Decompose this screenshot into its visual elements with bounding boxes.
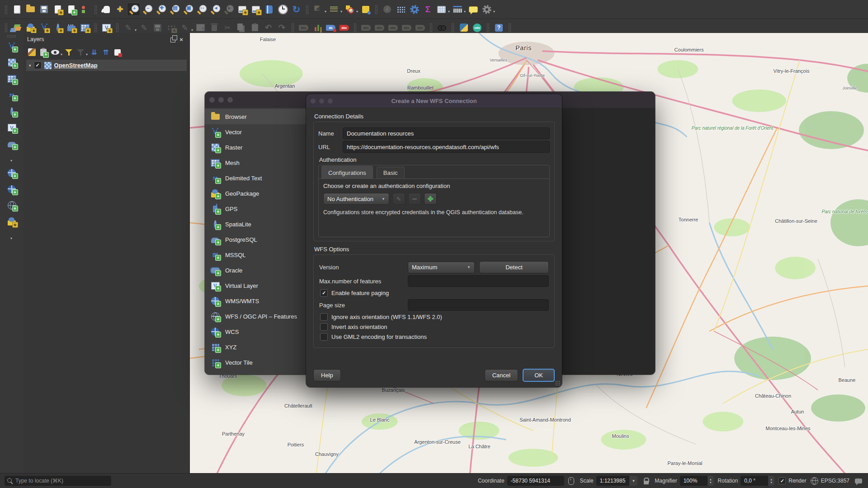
new-map-view-icon[interactable]: ∗ — [236, 3, 248, 15]
open-project-icon[interactable] — [24, 3, 37, 15]
filter-by-expression-icon[interactable] — [75, 47, 86, 58]
modify-attributes-icon[interactable] — [194, 22, 207, 34]
new-geopackage-dropdown-icon[interactable]: ▾ — [10, 236, 12, 240]
page-size-input[interactable] — [408, 299, 549, 311]
new-shapefile-layer-icon[interactable]: V∗ — [38, 22, 50, 34]
oracle-icon[interactable]: + — [209, 264, 221, 276]
python-console-icon[interactable] — [458, 22, 470, 34]
auth-config-select[interactable]: No Authentication▼ — [323, 193, 389, 205]
attribute-table-dropdown-icon[interactable]: ▾ — [448, 9, 450, 14]
add-delimited-text-layer-icon[interactable]: ”+ — [6, 89, 18, 101]
identify-features-icon[interactable]: i — [381, 3, 393, 15]
attribute-table-icon[interactable] — [435, 3, 448, 15]
collapse-all-icon[interactable]: ⇈ — [100, 47, 111, 58]
zoom-full-icon[interactable]: ✚ — [155, 3, 167, 15]
postgresql-icon[interactable]: + — [209, 234, 221, 245]
undo-icon[interactable]: ↶ — [262, 22, 274, 34]
advanced-digitizing-icon[interactable]: ✎ — [179, 22, 191, 34]
select-features-dropdown-icon[interactable]: ▾ — [325, 9, 326, 14]
help-contents-icon[interactable]: ? — [493, 22, 505, 34]
select-features-icon[interactable] — [312, 3, 324, 15]
processing-toolbox-icon[interactable] — [481, 3, 493, 15]
toolbar-grip[interactable] — [116, 23, 119, 32]
toolbar-grip[interactable] — [306, 5, 309, 14]
max-features-input[interactable] — [408, 275, 549, 287]
show-hide-labels-icon[interactable]: abc — [373, 22, 386, 34]
toolbar-grip[interactable] — [7, 35, 17, 38]
options-icon[interactable] — [408, 3, 420, 15]
zoom-in-icon[interactable]: + — [127, 3, 140, 15]
zoom-out-icon[interactable]: − — [141, 3, 153, 15]
select-by-value-dropdown-icon[interactable]: ▾ — [340, 9, 342, 14]
new-geopackage-layer-icon[interactable]: ∗ — [24, 22, 37, 34]
toolbar-grip[interactable] — [94, 5, 97, 14]
filter-legend-icon[interactable] — [63, 47, 74, 58]
source-item-delimited-text[interactable]: ”+Delimited Text — [205, 170, 306, 186]
processing-toolbox-dropdown-icon[interactable]: ▾ — [493, 9, 495, 14]
source-item-wms-wmts[interactable]: +WMS/WMTS — [205, 293, 306, 309]
edit-auth-config-icon[interactable]: ✎ — [392, 193, 405, 205]
metasearch-icon[interactable] — [436, 22, 448, 34]
add-auth-config-icon[interactable]: ✚ — [424, 193, 437, 205]
new-mesh-layer-icon[interactable]: ∗ — [79, 22, 91, 34]
virtual-layer-icon[interactable]: V+ — [209, 280, 221, 291]
save-layer-edits-icon[interactable] — [151, 22, 164, 34]
layer-labeling-icon[interactable]: abc — [297, 22, 310, 34]
add-vector-layer-icon[interactable]: V+ — [6, 40, 18, 52]
lock-scale-icon[interactable] — [642, 476, 651, 486]
remove-layer-icon[interactable] — [112, 47, 123, 58]
toolbar-grip[interactable] — [94, 23, 97, 32]
coordinate-input[interactable]: -58730 5941314 — [507, 476, 564, 486]
source-item-vector-tile[interactable]: +Vector Tile — [205, 355, 306, 370]
wms-wmts-icon[interactable]: + — [209, 295, 221, 307]
toolbar-grip[interactable] — [508, 23, 511, 32]
expand-all-icon[interactable]: ⇊ — [89, 47, 99, 58]
cut-features-icon[interactable]: ✂ — [222, 22, 234, 34]
toolbar-grip[interactable] — [354, 23, 357, 32]
toolbar-grip[interactable] — [5, 23, 8, 32]
scale-select[interactable]: 1:1213985▼ — [596, 476, 638, 486]
source-item-oracle[interactable]: +Oracle — [205, 263, 306, 278]
advanced-digitizing-dropdown-icon[interactable]: ▾ — [191, 28, 193, 32]
current-edits-icon[interactable]: ✎ — [122, 22, 134, 34]
url-input[interactable]: https://documentation-resources.opendata… — [343, 141, 550, 153]
measure-dropdown-icon[interactable]: ▾ — [464, 9, 466, 14]
manage-map-themes-icon[interactable] — [50, 47, 61, 58]
vector-tile-icon[interactable]: + — [209, 357, 221, 368]
change-label-icon[interactable]: abc — [414, 22, 426, 34]
source-item-geopackage[interactable]: +GeoPackage — [205, 186, 306, 201]
show-layout-manager-icon[interactable]: + — [65, 3, 77, 15]
vector-icon[interactable]: V+ — [209, 126, 221, 138]
zoom-to-selection-icon[interactable]: ▣ — [182, 3, 194, 15]
pin-unpin-labels-icon[interactable]: abc — [360, 22, 372, 34]
cancel-button[interactable]: Cancel — [485, 369, 518, 381]
option-checkbox[interactable] — [320, 333, 328, 341]
layer-expander-icon[interactable]: ▾ — [29, 63, 31, 68]
option-checkbox[interactable] — [320, 323, 328, 331]
spatialite-icon[interactable]: + — [209, 218, 221, 230]
deselect-all-icon[interactable] — [344, 3, 356, 15]
digitize-with-segment-icon[interactable]: ∗ — [165, 22, 177, 34]
source-item-wfs-ogc-api-features[interactable]: +WFS / OGC API – Features — [205, 309, 306, 324]
spatial-bookmarks-icon[interactable] — [263, 3, 275, 15]
filter-by-expression-dropdown-icon[interactable]: ▾ — [86, 52, 88, 56]
help-button[interactable]: Help — [313, 369, 341, 381]
add-group-icon[interactable]: + — [38, 47, 49, 58]
zoom-to-layer-icon[interactable]: ▤ — [168, 3, 180, 15]
layer-item-openstreetmap[interactable]: ▾ OpenStreetMap — [26, 60, 187, 71]
maximize-window-icon[interactable] — [227, 97, 233, 103]
dialog-resize-grip[interactable] — [555, 380, 561, 386]
zoom-next-icon[interactable]: ▸ — [222, 3, 235, 15]
add-spatialite-layer-icon[interactable]: + — [6, 105, 18, 117]
new-spatialite-layer-icon[interactable]: ∗ — [52, 22, 64, 34]
select-by-location-icon[interactable] — [359, 3, 372, 15]
statistical-summary-icon[interactable]: Σ — [422, 3, 434, 15]
maximize-dialog-icon[interactable] — [328, 99, 333, 103]
current-edits-dropdown-icon[interactable]: ▾ — [135, 28, 137, 32]
redo-icon[interactable]: ↷ — [276, 22, 288, 34]
move-label-icon[interactable]: abc — [387, 22, 399, 34]
pan-map-icon[interactable] — [100, 3, 113, 15]
paste-features-icon[interactable] — [249, 22, 261, 34]
add-postgis-layer-dropdown-icon[interactable]: ▾ — [10, 159, 12, 163]
locate-input[interactable]: Type to locate (⌘K) — [5, 476, 111, 486]
